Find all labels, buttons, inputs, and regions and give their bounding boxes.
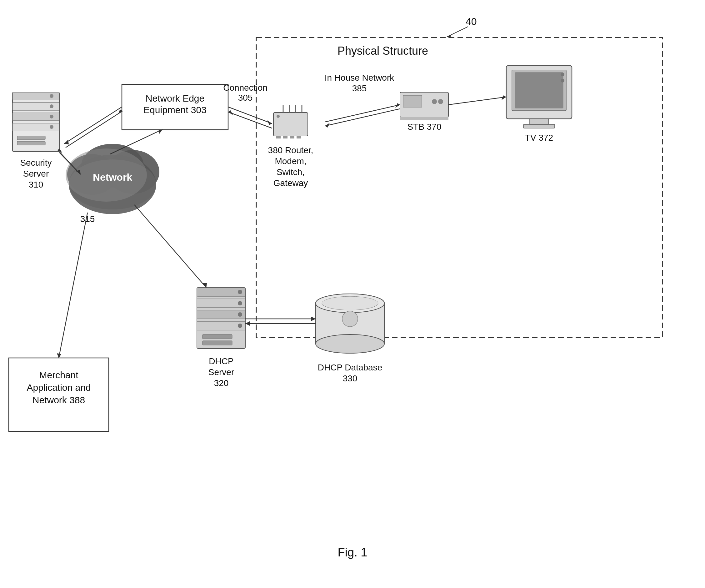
svg-text:DHCP Database: DHCP Database bbox=[318, 363, 382, 372]
svg-text:305: 305 bbox=[238, 93, 253, 102]
svg-rect-63 bbox=[296, 136, 301, 138]
svg-rect-72 bbox=[400, 117, 449, 120]
svg-line-96 bbox=[64, 107, 122, 144]
svg-text:385: 385 bbox=[352, 84, 367, 93]
svg-rect-69 bbox=[403, 95, 422, 107]
svg-rect-76 bbox=[515, 73, 563, 108]
svg-rect-60 bbox=[276, 136, 281, 138]
svg-text:In House Network: In House Network bbox=[325, 73, 395, 83]
svg-point-80 bbox=[561, 79, 564, 83]
svg-point-18 bbox=[50, 125, 53, 129]
diagram-container: Physical Structure 40 Network Edge Equip… bbox=[0, 0, 705, 588]
svg-line-86 bbox=[228, 107, 272, 124]
svg-marker-105 bbox=[57, 353, 61, 358]
svg-text:Network: Network bbox=[93, 172, 132, 183]
ref-40-label: 40 bbox=[466, 16, 477, 27]
svg-marker-89 bbox=[228, 110, 233, 115]
svg-text:310: 310 bbox=[29, 180, 43, 189]
svg-point-51 bbox=[342, 311, 358, 327]
svg-line-90 bbox=[325, 105, 400, 122]
svg-text:Application and: Application and bbox=[27, 382, 91, 393]
svg-text:315: 315 bbox=[80, 214, 95, 224]
svg-line-94 bbox=[449, 97, 506, 105]
svg-marker-107 bbox=[158, 129, 162, 134]
svg-line-98 bbox=[65, 111, 123, 147]
svg-text:380 Router,: 380 Router, bbox=[268, 145, 314, 155]
svg-text:Security: Security bbox=[20, 158, 52, 168]
svg-marker-97 bbox=[64, 140, 69, 144]
svg-point-48 bbox=[316, 334, 384, 353]
svg-text:Equipment 303: Equipment 303 bbox=[143, 105, 206, 115]
svg-text:320: 320 bbox=[214, 378, 229, 388]
svg-point-70 bbox=[432, 99, 437, 104]
svg-line-108 bbox=[134, 205, 206, 287]
svg-text:Fig. 1: Fig. 1 bbox=[337, 546, 367, 559]
svg-text:Connection: Connection bbox=[223, 83, 268, 93]
svg-text:STB 370: STB 370 bbox=[408, 122, 441, 132]
svg-text:Network Edge: Network Edge bbox=[146, 93, 204, 103]
svg-text:Server: Server bbox=[208, 367, 234, 377]
svg-rect-20 bbox=[17, 141, 45, 145]
svg-text:DHCP: DHCP bbox=[209, 356, 233, 366]
svg-rect-41 bbox=[202, 334, 232, 339]
svg-rect-61 bbox=[283, 136, 287, 138]
svg-point-79 bbox=[561, 73, 564, 76]
svg-line-88 bbox=[228, 112, 272, 128]
svg-marker-87 bbox=[267, 120, 272, 125]
svg-point-38 bbox=[238, 301, 242, 305]
svg-point-71 bbox=[438, 99, 443, 104]
svg-text:330: 330 bbox=[343, 373, 358, 383]
svg-point-16 bbox=[50, 104, 53, 108]
svg-point-39 bbox=[238, 312, 242, 317]
svg-rect-62 bbox=[290, 136, 294, 138]
svg-rect-42 bbox=[202, 341, 232, 345]
svg-marker-113 bbox=[245, 321, 250, 326]
svg-marker-111 bbox=[311, 317, 316, 321]
diagram-svg: Physical Structure 40 Network Edge Equip… bbox=[0, 0, 705, 588]
svg-text:Server: Server bbox=[23, 169, 49, 179]
physical-structure-label: Physical Structure bbox=[337, 44, 428, 57]
svg-point-15 bbox=[50, 94, 53, 98]
svg-text:Merchant: Merchant bbox=[39, 370, 79, 380]
svg-marker-109 bbox=[202, 283, 207, 287]
svg-line-104 bbox=[59, 213, 88, 358]
svg-text:TV 372: TV 372 bbox=[525, 133, 553, 142]
svg-point-37 bbox=[238, 290, 242, 294]
svg-text:Switch,: Switch, bbox=[277, 167, 305, 177]
svg-rect-0 bbox=[256, 38, 662, 337]
svg-point-40 bbox=[238, 323, 242, 328]
svg-point-50 bbox=[322, 296, 378, 310]
svg-rect-77 bbox=[530, 119, 549, 124]
svg-text:Network 388: Network 388 bbox=[33, 395, 85, 405]
svg-point-17 bbox=[50, 115, 53, 119]
svg-text:Gateway: Gateway bbox=[273, 178, 308, 188]
svg-text:Modem,: Modem, bbox=[275, 156, 306, 166]
svg-line-92 bbox=[325, 109, 400, 126]
svg-point-55 bbox=[277, 115, 280, 118]
svg-rect-19 bbox=[17, 136, 45, 140]
svg-rect-78 bbox=[523, 124, 555, 128]
